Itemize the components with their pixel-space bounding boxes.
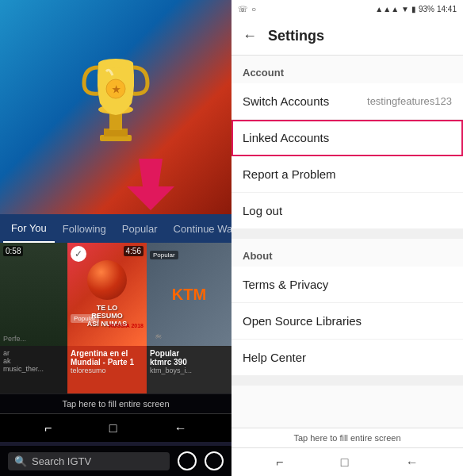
settings-header: ← Settings bbox=[232, 17, 463, 56]
menu-item-help-center[interactable]: Help Center bbox=[232, 340, 463, 376]
igtv-icons bbox=[178, 451, 224, 470]
back-button[interactable]: ← bbox=[243, 28, 257, 44]
menu-item-linked-accounts[interactable]: Linked Accounts bbox=[232, 120, 463, 156]
report-problem-label: Report a Problem bbox=[243, 167, 336, 181]
search-placeholder: Search IGTV bbox=[32, 455, 91, 467]
nav-btn-recents-left[interactable]: ← bbox=[174, 421, 187, 436]
bike-placeholder: 🏍 bbox=[155, 332, 162, 340]
battery-icon: ▮ bbox=[411, 5, 416, 13]
divider-2 bbox=[232, 376, 463, 386]
video-duration-1: 0:58 bbox=[3, 246, 23, 256]
svg-text:★: ★ bbox=[112, 84, 121, 95]
video-author-3: ktm_boys_i... bbox=[150, 367, 228, 374]
video-background: ★ bbox=[0, 0, 232, 214]
search-icon: 🔍 bbox=[14, 455, 27, 467]
tab-following[interactable]: Following bbox=[55, 214, 114, 243]
menu-item-open-source[interactable]: Open Source Libraries bbox=[232, 303, 463, 340]
video-thumb-1: 0:58 Perfe... bbox=[0, 243, 67, 346]
section-label-account: Account bbox=[232, 56, 463, 83]
terms-label: Terms & Privacy bbox=[243, 278, 328, 291]
status-bar: ☏ ○ ▲▲▲ ▼ ▮ 93% 14:41 bbox=[232, 0, 463, 17]
linked-accounts-label: Linked Accounts bbox=[243, 131, 329, 144]
status-right: ▲▲▲ ▼ ▮ 93% 14:41 bbox=[375, 5, 457, 13]
svg-point-4 bbox=[98, 59, 133, 68]
nav-btn-recents-right[interactable]: ← bbox=[406, 455, 419, 470]
nav-btn-home-right[interactable]: □ bbox=[341, 455, 349, 470]
circle-icon-1[interactable] bbox=[178, 451, 197, 470]
svg-marker-7 bbox=[127, 159, 174, 210]
tab-for-you[interactable]: For You bbox=[3, 214, 55, 243]
trophy-area: ★ bbox=[0, 0, 232, 214]
left-panel: ★ 🔍 Search IGTV For You Following Popula… bbox=[0, 0, 232, 476]
igtv-search-bar: 🔍 Search IGTV bbox=[0, 446, 232, 476]
tab-popular[interactable]: Popular bbox=[114, 214, 166, 243]
video-card-2[interactable]: 4:56 ✓ TE LORESUMOASÍ NUMAS RUSSIA 2018 … bbox=[67, 243, 147, 393]
whatsapp-icon: ○ bbox=[251, 5, 256, 13]
section-label-about: About bbox=[232, 239, 463, 267]
russia-text: RUSSIA 2018 bbox=[109, 323, 143, 328]
video-title-3: Popular bbox=[150, 349, 228, 358]
nav-bottom-left: ⌐ □ ← bbox=[0, 413, 232, 442]
video-info-1: ar ak music_ther... bbox=[0, 346, 67, 376]
red-arrow bbox=[123, 159, 186, 214]
video-author-2: teloresumo bbox=[71, 367, 143, 374]
switch-accounts-label: Switch Accounts bbox=[243, 94, 329, 108]
video-info-2: Argentina en el Mundial - Parte 1 telore… bbox=[67, 346, 147, 378]
video-grid: 0:58 Perfe... ar ak music_ther... 4:56 ✓… bbox=[0, 243, 232, 393]
phone-icon: ☏ bbox=[238, 5, 248, 13]
video-thumb-3: Popular KTM 🏍 bbox=[147, 243, 232, 346]
right-panel: ☏ ○ ▲▲▲ ▼ ▮ 93% 14:41 ← Settings Account… bbox=[232, 0, 463, 476]
settings-title: Settings bbox=[268, 28, 324, 44]
status-left: ☏ ○ bbox=[238, 5, 256, 13]
help-center-label: Help Center bbox=[243, 351, 306, 364]
video-title-2: Argentina en el Mundial - Parte 1 bbox=[71, 349, 143, 367]
switch-accounts-value: testingfeatures123 bbox=[367, 95, 452, 107]
video-card-3[interactable]: Popular KTM 🏍 Popular ktmrc 390 ktm_boys… bbox=[147, 243, 232, 393]
video-thumb-2: 4:56 ✓ TE LORESUMOASÍ NUMAS RUSSIA 2018 … bbox=[67, 243, 147, 346]
settings-content: Account Switch Accounts testingfeatures1… bbox=[232, 56, 463, 428]
nav-btn-back-left[interactable]: ⌐ bbox=[44, 421, 52, 436]
logout-label: Log out bbox=[243, 204, 282, 217]
tab-continue[interactable]: Continue Watchi... bbox=[166, 214, 232, 243]
nav-bottom-right: ⌐ □ ← bbox=[232, 447, 463, 476]
signal-icon: ▲▲▲ bbox=[375, 5, 399, 13]
menu-item-report-problem[interactable]: Report a Problem bbox=[232, 156, 463, 193]
ktm-text: KTM bbox=[172, 286, 206, 304]
battery-percent: 93% bbox=[419, 5, 434, 13]
soccer-ball bbox=[87, 260, 127, 300]
circle-icon-2[interactable] bbox=[205, 451, 224, 470]
trophy-icon: ★ bbox=[68, 24, 163, 151]
popular-badge-3: Popular bbox=[150, 246, 178, 260]
video-title-3b: ktmrc 390 bbox=[150, 358, 228, 367]
search-area[interactable]: 🔍 Search IGTV bbox=[8, 452, 170, 470]
menu-item-logout[interactable]: Log out bbox=[232, 193, 463, 229]
video-duration-2: 4:56 bbox=[124, 246, 143, 256]
time-display: 14:41 bbox=[437, 5, 457, 13]
video-info-3: Popular ktmrc 390 ktm_boys_i... bbox=[147, 346, 232, 378]
popular-badge-2: Popular bbox=[71, 309, 99, 324]
nav-btn-back-right[interactable]: ⌐ bbox=[276, 455, 283, 470]
wifi-icon: ▼ bbox=[401, 5, 409, 13]
menu-item-switch-accounts[interactable]: Switch Accounts testingfeatures123 bbox=[232, 83, 463, 120]
video-card-1[interactable]: 0:58 Perfe... ar ak music_ther... bbox=[0, 243, 67, 393]
nav-tabs: For You Following Popular Continue Watch… bbox=[0, 214, 232, 243]
checkmark-badge: ✓ bbox=[71, 246, 86, 262]
menu-item-terms[interactable]: Terms & Privacy bbox=[232, 267, 463, 303]
tap-hint-left: Tap here to fill entire screen bbox=[0, 393, 232, 413]
open-source-label: Open Source Libraries bbox=[243, 314, 362, 328]
divider-1 bbox=[232, 229, 463, 239]
tap-hint-right: Tap here to fill entire screen bbox=[232, 428, 463, 447]
nav-btn-home-left[interactable]: □ bbox=[109, 421, 117, 436]
